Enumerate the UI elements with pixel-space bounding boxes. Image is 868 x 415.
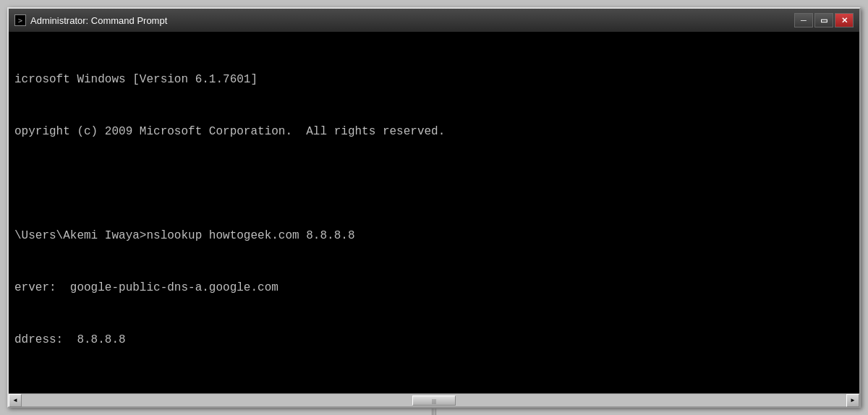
console-line-7	[14, 383, 854, 393]
cmd-window: Administrator: Command Prompt icrosoft W…	[7, 7, 861, 408]
cmd-icon	[14, 14, 26, 26]
close-button[interactable]	[835, 13, 854, 27]
console-line-6: ddress: 8.8.8.8	[14, 331, 854, 348]
window-controls	[794, 13, 854, 27]
title-bar: Administrator: Command Prompt	[9, 9, 859, 32]
horizontal-scrollbar[interactable]: ◄ ||| ►	[9, 393, 859, 406]
console-body: icrosoft Windows [Version 6.1.7601] opyr…	[9, 32, 859, 393]
scroll-left-button[interactable]: ◄	[9, 394, 22, 407]
console-line-3	[14, 175, 854, 192]
console-line-2: opyright (c) 2009 Microsoft Corporation.…	[14, 123, 854, 140]
minimize-button[interactable]	[794, 13, 813, 27]
console-line-4: \Users\Akemi Iwaya>nslookup howtogeek.co…	[14, 227, 854, 244]
console-line-1: icrosoft Windows [Version 6.1.7601]	[14, 71, 854, 88]
console-line-5: erver: google-public-dns-a.google.com	[14, 279, 854, 296]
window-title: Administrator: Command Prompt	[30, 15, 167, 26]
scroll-track[interactable]: |||	[22, 394, 846, 406]
restore-button[interactable]	[814, 13, 833, 27]
console-output: icrosoft Windows [Version 6.1.7601] opyr…	[14, 36, 854, 393]
title-bar-left: Administrator: Command Prompt	[14, 14, 167, 26]
scroll-thumb[interactable]: |||	[412, 395, 456, 406]
scroll-right-button[interactable]: ►	[846, 394, 859, 407]
